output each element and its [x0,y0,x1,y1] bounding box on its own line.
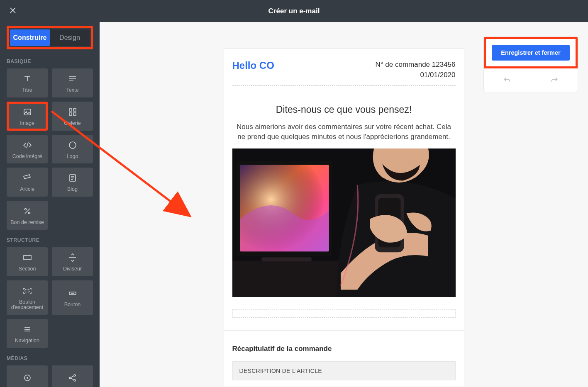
block-label: Article [20,187,34,192]
save-and-close-button[interactable]: Enregistrer et fermer [492,45,570,61]
block-image[interactable]: Image [7,102,48,131]
block-label: Bon de remise [10,220,44,226]
section-icon [22,252,32,263]
block-blog[interactable]: Blog [52,168,93,197]
page-title: Créer un e-mail [268,7,320,15]
table-header-col1: DESCRIPTION DE L'ARTICLE [232,361,456,380]
block-article[interactable]: Article [7,168,48,197]
svg-rect-8 [73,109,76,111]
email-header: Hello CO N° de commande 123456 01/01/202… [232,60,456,80]
menu-icon [22,324,32,335]
code-icon [22,140,32,151]
svg-point-12 [69,142,76,148]
block-label: Blog [67,187,78,192]
svg-point-32 [74,375,76,376]
block-label: Section [19,266,36,272]
block-embed[interactable]: Code intégré [7,135,48,164]
logo-icon [68,140,78,151]
svg-point-20 [28,212,30,214]
svg-rect-5 [24,109,31,115]
percent-icon [22,206,32,217]
block-label: Boulon d'espacement [8,299,46,311]
email-card[interactable]: Hello CO N° de commande 123456 01/01/202… [224,49,464,387]
sidebar: Construire Design BASIQUE Titre Texte Im… [0,22,100,387]
section-head-structure: STRUCTURE [7,237,93,243]
image-icon [22,107,32,117]
tab-design[interactable]: Design [50,29,90,46]
tab-build[interactable]: Construire [10,29,50,46]
blog-icon [68,173,78,183]
section-head-media: MÉDIAS [7,355,93,361]
location-icon [22,372,32,383]
svg-rect-7 [69,109,72,111]
svg-rect-23 [25,290,30,292]
svg-line-18 [25,209,30,214]
media-grid [7,365,93,387]
redo-button[interactable] [531,68,578,92]
button-icon [68,288,78,299]
block-label: Logo [67,154,78,160]
svg-point-13 [29,177,30,178]
gallery-icon [68,107,78,117]
text-icon [68,73,78,84]
title-icon [22,73,32,84]
order-summary-heading: Récapitulatif de la commande [232,345,456,353]
right-panel: Enregistrer et fermer [483,37,578,92]
block-label: Galerie [64,121,81,127]
block-label: Image [20,121,34,127]
svg-line-35 [71,378,74,380]
svg-line-11 [27,142,28,148]
block-label: Code intégré [12,154,42,160]
svg-rect-9 [69,113,72,115]
svg-point-19 [24,209,26,210]
undo-button[interactable] [484,68,531,92]
block-media-1[interactable] [7,365,48,387]
block-label: Diviseur [63,266,82,272]
block-logo[interactable]: Logo [52,135,93,164]
order-date: 01/01/2020 [376,70,456,80]
block-spacer[interactable]: Boulon d'espacement [7,280,48,315]
svg-rect-41 [261,257,311,261]
block-title[interactable]: Titre [7,68,48,97]
section-head-basic: BASIQUE [7,58,93,64]
undo-redo-row [484,68,578,92]
block-label: Titre [22,88,32,93]
block-label: Texte [66,88,79,93]
divider-icon [68,252,78,263]
close-icon[interactable] [9,7,17,16]
structure-grid: Section Diviseur Boulon d'espacement Bou… [7,247,93,315]
block-coupon[interactable]: Bon de remise [7,201,48,230]
block-section[interactable]: Section [7,247,48,276]
block-button[interactable]: Bouton [52,280,93,315]
article-icon [22,173,32,183]
block-text[interactable]: Texte [52,68,93,97]
brand-name: Hello CO [232,60,274,71]
block-label: Navigation [15,338,39,344]
order-meta: N° de commande 123456 01/01/2020 [376,60,456,80]
svg-point-30 [27,377,28,379]
svg-point-31 [69,377,71,379]
email-heading[interactable]: Dites-nous ce que vous pensez! [232,104,456,115]
svg-rect-21 [24,256,31,260]
topbar: Créer un e-mail [0,0,588,22]
save-wrap: Enregistrer et fermer [484,37,578,68]
order-number: N° de commande 123456 [376,60,456,70]
dashed-placeholder[interactable] [232,309,456,318]
hero-image[interactable] [232,148,456,297]
sidebar-tabs: Construire Design [7,26,93,49]
email-body[interactable]: Nous aimerions avoir des commentaires su… [232,122,456,142]
spacer-icon [22,285,32,296]
block-divider[interactable]: Diviseur [52,247,93,276]
dashed-divider [232,85,456,86]
svg-point-33 [74,380,76,381]
svg-line-34 [71,376,74,377]
share-icon [68,372,78,383]
basic-grid: Titre Texte Image Galerie Code intégré L… [7,68,93,197]
svg-rect-10 [73,113,76,115]
block-media-2[interactable] [52,365,93,387]
block-navigation[interactable]: Navigation [7,319,48,348]
block-gallery[interactable]: Galerie [52,102,93,131]
block-label: Bouton [64,302,81,308]
